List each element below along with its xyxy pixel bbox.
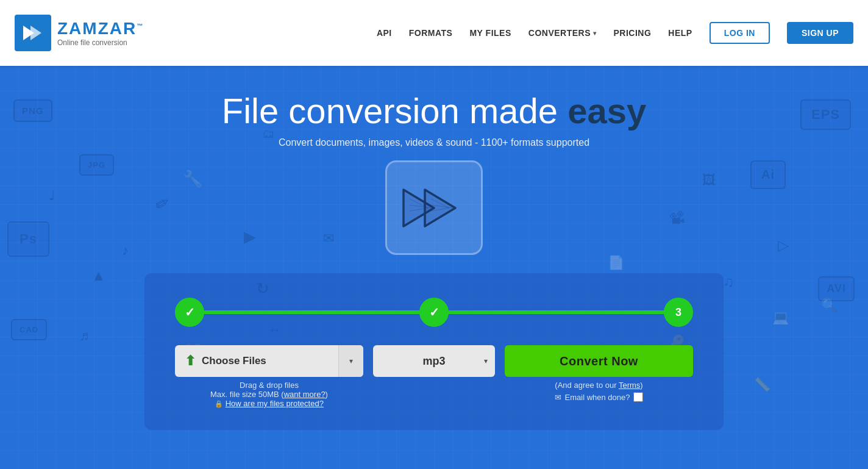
- choose-files-section: ⬆ Choose Files ▾ Drag & drop files Max. …: [175, 345, 363, 408]
- format-select-section: mp3 mp4 wav pdf jpg png ▾: [373, 345, 495, 377]
- doc-deco-icon: 📄: [608, 255, 624, 271]
- convert-now-button[interactable]: Convert Now: [505, 345, 693, 377]
- lock-icon: 🔒: [215, 400, 223, 407]
- email-label: Email when done?: [565, 393, 630, 402]
- image-deco-icon: 🖼: [702, 173, 716, 188]
- email-icon: ✉: [555, 393, 561, 402]
- step-3-circle: 3: [664, 298, 693, 327]
- play2-deco-icon: ▷: [778, 237, 789, 254]
- file-protection-link[interactable]: How are my files protected?: [226, 399, 324, 408]
- nav-formats[interactable]: FORMATS: [409, 28, 453, 38]
- deco-cad-icon: CAD: [11, 319, 47, 340]
- nav-pricing[interactable]: PRICING: [614, 28, 652, 38]
- deco-ps-icon: Ps: [7, 221, 49, 257]
- laptop-deco-icon: 💻: [772, 310, 789, 326]
- login-button[interactable]: LOG IN: [710, 22, 770, 44]
- controls-row: ⬆ Choose Files ▾ Drag & drop files Max. …: [175, 345, 693, 408]
- want-more-link[interactable]: want more?: [284, 390, 326, 399]
- signup-button[interactable]: SIGN UP: [787, 22, 853, 44]
- upload-icon: ⬆: [185, 353, 196, 369]
- nav-api[interactable]: API: [377, 28, 392, 38]
- email-checkbox[interactable]: [633, 392, 643, 402]
- email-row: ✉ Email when done?: [555, 392, 644, 402]
- logo[interactable]: ZAMZAR™ Online file conversion: [15, 15, 144, 51]
- logo-text: ZAMZAR™ Online file conversion: [57, 19, 144, 47]
- ruler-deco-icon: 📏: [754, 377, 770, 393]
- step-2-circle: ✓: [419, 298, 449, 327]
- wrench-deco-icon: 🔧: [183, 170, 202, 188]
- headphone-deco-icon: ♬: [79, 328, 90, 344]
- music2-deco-icon: ♫: [723, 273, 734, 290]
- deco-png-icon: PNG: [13, 99, 52, 122]
- nav-converters[interactable]: CONVERTERS ▾: [528, 28, 597, 38]
- pencil-deco-icon: ✏: [151, 192, 173, 216]
- steps-progress: ✓ ✓ 3: [175, 298, 693, 327]
- deco-eps-icon: EPS: [800, 99, 851, 130]
- convert-section: Convert Now (And agree to our Terms) ✉ E…: [505, 345, 693, 402]
- main-nav: API FORMATS MY FILES CONVERTERS ▾ PRICIN…: [377, 22, 853, 44]
- choose-files-dropdown[interactable]: ▾: [339, 345, 363, 377]
- terms-link[interactable]: Terms: [619, 381, 640, 390]
- envelope-deco-icon: ✉: [323, 231, 334, 246]
- magnify-deco-icon: 🔍: [821, 298, 838, 313]
- choose-files-meta: Drag & drop files Max. file size 50MB (w…: [210, 381, 328, 408]
- hero-animation-icon: [385, 160, 483, 255]
- music-deco-icon: ♪: [122, 243, 129, 259]
- nav-my-files[interactable]: MY FILES: [469, 28, 511, 38]
- play-deco-icon: ▶: [244, 227, 256, 246]
- svg-marker-1: [30, 26, 41, 40]
- deco-jpg-icon: JPG: [79, 154, 114, 176]
- logo-name: ZAMZAR™: [57, 19, 144, 38]
- logo-tagline: Online file conversion: [57, 38, 144, 47]
- deco-avi-icon: AVI: [818, 276, 855, 301]
- hero-subtitle: Convert documents, images, videos & soun…: [279, 137, 589, 148]
- nav-help[interactable]: HELP: [668, 28, 692, 38]
- convert-meta: (And agree to our Terms) ✉ Email when do…: [555, 381, 644, 402]
- hero-title: File conversion made easy: [222, 90, 646, 131]
- choose-files-button[interactable]: ⬆ Choose Files ▾: [175, 345, 363, 377]
- hero-section: PNG JPG Ps CAD EPS Ai AVI ✏ ♪ 🔧 ▲ ↻: [0, 66, 868, 469]
- logo-icon: [15, 15, 51, 51]
- chevron-down-icon: ▾: [349, 357, 353, 365]
- triangle-deco-icon: ▲: [91, 267, 106, 284]
- converter-box: ✓ ✓ 3 ⬆ Choose Files: [144, 273, 724, 430]
- header: ZAMZAR™ Online file conversion API FORMA…: [0, 0, 868, 66]
- deco-ai-icon: Ai: [750, 160, 786, 189]
- format-select[interactable]: mp3 mp4 wav pdf jpg png: [373, 345, 495, 377]
- film-deco-icon: 📽: [669, 209, 685, 228]
- music3-deco-icon: ♩: [49, 188, 55, 204]
- chevron-down-icon: ▾: [593, 30, 597, 37]
- step-1-circle: ✓: [175, 298, 204, 327]
